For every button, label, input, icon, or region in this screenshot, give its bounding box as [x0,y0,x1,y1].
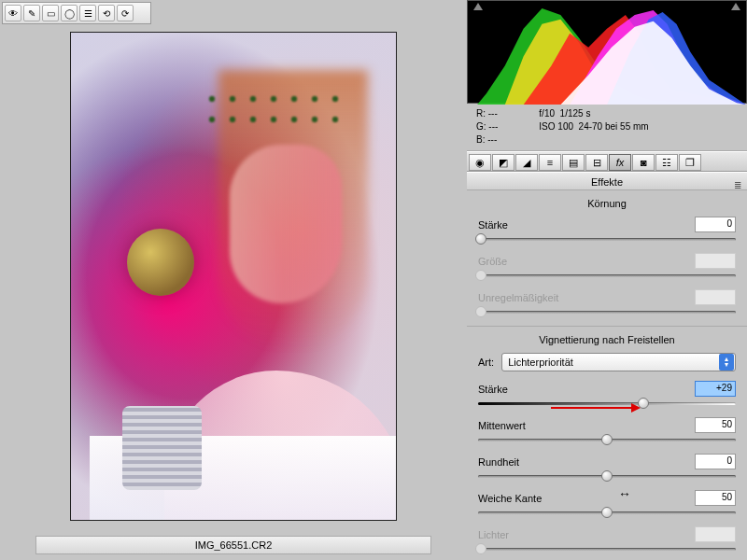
ellipse-tool-icon[interactable]: ◯ [61,5,78,21]
rotate-ccw-icon[interactable]: ⟲ [98,5,115,21]
grain-amount-value[interactable]: 0 [695,217,736,232]
readout-iso: ISO 100 [539,121,573,132]
tab-basic-icon[interactable]: ◉ [469,154,491,171]
view-toolbar: 👁 ✎ ▭ ◯ ☰ ⟲ ⟳ [2,2,151,24]
vignette-feather-value[interactable]: 50 [695,490,736,506]
vignette-style-select[interactable]: Lichterpriorität ▴▾ [501,353,736,371]
vignette-feather-label: Weiche Kante [478,493,542,504]
tab-effects-icon[interactable]: fx [609,154,631,171]
grain-size-value [695,253,736,269]
page-tool-icon[interactable]: ▭ [42,5,59,21]
vignette-high-slider [478,544,736,553]
grain-rough-value [695,289,736,305]
panel-tabs: ◉ ◩ ◢ ≡ ▤ ⊟ fx ◙ ☷ ❐ [467,151,747,172]
tab-split-icon[interactable]: ▤ [562,154,585,171]
vignette-section-title: Vignettierung nach Freistellen [478,334,736,345]
vignette-high-value [695,526,736,542]
select-arrows-icon: ▴▾ [719,354,734,371]
readout-shutter: 1/125 s [560,108,591,119]
vignette-high-label: Lichter [478,529,509,540]
readout-r: R: --- [476,107,498,120]
vignette-midpoint-label: Mittenwert [478,420,526,431]
zoom-tool-icon[interactable]: 👁 [5,5,21,21]
grain-amount-slider[interactable] [478,234,736,244]
grain-size-label: Größe [478,256,507,267]
grain-rough-label: Unregelmäßigkeit [478,292,558,303]
tab-snap-icon[interactable]: ❐ [679,154,701,171]
list-tool-icon[interactable]: ☰ [79,5,96,21]
grain-section-title: Körnung [478,198,736,209]
readout-lens: 24-70 bei 55 mm [579,121,649,132]
vignette-midpoint-value[interactable]: 50 [695,417,736,433]
tab-detail-icon[interactable]: ◢ [515,154,538,171]
vignette-feather-slider[interactable] [478,508,736,517]
tab-hsl-icon[interactable]: ≡ [539,154,561,171]
panel-menu-icon[interactable]: ≣ [734,176,741,195]
readout-b: B: --- [476,133,498,147]
readout-aperture: f/10 [539,108,555,119]
readout-g: G: --- [476,120,498,133]
tab-curve-icon[interactable]: ◩ [492,154,514,171]
rotate-cw-icon[interactable]: ⟳ [117,5,134,21]
tab-camera-icon[interactable]: ◙ [632,154,655,171]
vignette-round-value[interactable]: 0 [695,454,736,469]
filename-label: IMG_66551.CR2 [35,536,431,554]
grain-rough-slider [478,307,736,316]
vignette-round-slider[interactable] [478,471,736,481]
grain-size-slider [478,271,736,280]
vignette-round-label: Rundheit [478,456,519,468]
vignette-amount-slider[interactable] [478,399,736,408]
brush-tool-icon[interactable]: ✎ [23,5,40,21]
vignette-style-label: Art: [478,357,494,368]
vignette-amount-label: Stärke [478,384,508,395]
metadata-readout: R: --- G: --- B: --- f/10 1/125 s ISO 10… [467,104,747,151]
panel-title: Effekte ≣ [467,172,747,190]
tab-presets-icon[interactable]: ☷ [655,154,678,171]
grain-amount-label: Stärke [478,219,508,231]
tab-lens-icon[interactable]: ⊟ [585,154,608,171]
vignette-amount-value[interactable]: +29 [695,381,736,397]
vignette-midpoint-slider[interactable] [478,435,736,444]
histogram[interactable] [467,0,747,104]
image-preview[interactable] [70,32,397,521]
